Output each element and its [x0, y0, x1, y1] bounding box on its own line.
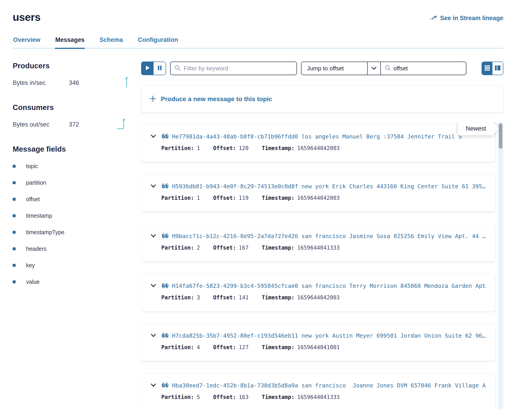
stream-lineage-label: See in Stream lineage [440, 15, 503, 22]
expand-chevron-icon[interactable] [150, 284, 156, 288]
square-bullet-icon [13, 247, 16, 250]
timestamp-value: 1659644042003 [297, 145, 340, 151]
partition-value: 1 [197, 195, 200, 201]
keyword-filter-input[interactable] [184, 65, 293, 72]
bytes-in-value: 346 [69, 79, 79, 86]
produce-message-button[interactable]: Produce a new message to this topic [141, 86, 503, 113]
offset-search-input[interactable] [393, 65, 466, 72]
field-item-offset[interactable]: offset [13, 196, 128, 202]
partition-value: 1 [197, 145, 200, 151]
message-meta: Partition:3 Offset:141 Timestamp:1659644… [161, 294, 486, 301]
plus-icon [149, 95, 156, 103]
message-row[interactable]: �� H14fa67fe-5823-4299-b3c4-595845cfcae0… [141, 274, 495, 311]
tab-overview[interactable]: Overview [13, 37, 41, 49]
message-key[interactable]: �� Hba30eed7-1edc-452b-8b1a-738d3b5d8a9a… [162, 382, 486, 389]
pause-icon [157, 65, 162, 72]
keyword-filter-field[interactable] [170, 61, 297, 75]
square-bullet-icon [13, 198, 16, 201]
expand-chevron-icon[interactable] [150, 134, 156, 139]
offset-value: 163 [239, 394, 248, 400]
offset-search-field[interactable] [380, 62, 466, 75]
message-meta: Partition:2 Offset:167 Timestamp:1659644… [161, 245, 486, 251]
partition-value: 3 [197, 294, 200, 301]
view-toggle-group [482, 61, 503, 75]
jump-to-offset-group: Jump to offset [301, 61, 466, 75]
newest-tooltip-label: Newest [466, 125, 486, 132]
content: Producers Bytes in/sec 346 Consumers Byt… [13, 61, 503, 409]
producers-heading: Producers [13, 61, 128, 70]
tab-messages[interactable]: Messages [55, 37, 85, 49]
square-bullet-icon [13, 280, 16, 283]
message-fields-list: topic partition offset timestamp timesta… [13, 163, 128, 285]
play-button[interactable] [142, 62, 154, 75]
message-meta: Partition:4 Offset:127 Timestamp:1659644… [161, 344, 486, 351]
producers-metric-row: Bytes in/sec 346 [13, 77, 128, 89]
bytes-in-sparkline-icon [119, 77, 128, 89]
offset-value: 127 [239, 344, 248, 351]
message-row[interactable]: �� He77981da-4a43-48ab-b8f8-cb71b96ffdd0… [141, 124, 495, 162]
tab-schema[interactable]: Schema [99, 37, 123, 49]
message-row[interactable]: �� Hba30eed7-1edc-452b-8b1a-738d3b5d8a9a… [141, 373, 495, 409]
lineage-arrow-icon [430, 14, 437, 22]
message-row[interactable]: �� H9bacc71c-b12c-4216-8e95-2a7da727e426… [141, 224, 495, 262]
newest-tooltip: Newest [458, 122, 494, 135]
partition-value: 2 [197, 245, 200, 251]
timestamp-value: 1659644041001 [297, 344, 340, 351]
consumers-heading: Consumers [13, 103, 128, 112]
expand-chevron-icon[interactable] [150, 333, 156, 338]
main-panel: Jump to offset [141, 61, 503, 409]
field-item-value[interactable]: value [13, 278, 128, 285]
messages-scrollbar-thumb[interactable] [499, 123, 502, 149]
message-key[interactable]: �� H5936db81-b943-4e0f-8c29-74513e0c0d8f… [162, 183, 486, 190]
page-title: users [13, 11, 40, 23]
tab-configuration[interactable]: Configuration [138, 37, 178, 49]
jump-to-offset-value: Jump to offset [301, 65, 367, 72]
message-row[interactable]: �� H7cda825b-35b7-4952-88ef-c193d546eb11… [141, 324, 495, 361]
timestamp-value: 1659644042003 [297, 195, 340, 201]
tab-bar: Overview Messages Schema Configuration [13, 37, 503, 49]
page: users See in Stream lineage Overview Mes… [0, 0, 516, 420]
play-pause-group [141, 61, 166, 75]
timestamp-value: 1659644041333 [297, 394, 340, 400]
field-item-headers[interactable]: headers [13, 246, 128, 252]
pause-button[interactable] [154, 62, 166, 75]
square-bullet-icon [13, 214, 16, 217]
chevron-down-icon[interactable] [367, 62, 380, 75]
offset-value: 120 [239, 145, 248, 151]
field-item-partition[interactable]: partition [13, 180, 128, 186]
list-view-button[interactable] [482, 62, 493, 75]
stream-lineage-link[interactable]: See in Stream lineage [430, 14, 503, 22]
field-item-timestamp[interactable]: timestamp [13, 212, 128, 219]
field-item-timestampType[interactable]: timestampType [13, 229, 128, 236]
messages-scrollbar-track[interactable] [498, 122, 503, 409]
message-key[interactable]: �� H7cda825b-35b7-4952-88ef-c193d546eb11… [162, 332, 486, 339]
partition-value: 5 [197, 394, 200, 400]
message-key[interactable]: �� He77981da-4a43-48ab-b8f8-cb71b96ffdd0… [162, 133, 462, 140]
sidebar: Producers Bytes in/sec 346 Consumers Byt… [13, 61, 128, 409]
message-fields-heading: Message fields [13, 145, 128, 153]
messages-list: �� He77981da-4a43-48ab-b8f8-cb71b96ffdd0… [141, 122, 503, 409]
message-meta: Partition:1 Offset:120 Timestamp:1659644… [161, 145, 486, 151]
expand-chevron-icon[interactable] [150, 184, 156, 188]
consumers-metric-row: Bytes out/sec 372 [13, 119, 128, 130]
jump-to-offset-select[interactable]: Jump to offset [301, 62, 380, 75]
bytes-out-label: Bytes out/sec [13, 121, 69, 128]
bytes-out-value: 372 [69, 121, 79, 128]
field-item-key[interactable]: key [13, 262, 128, 269]
field-item-topic[interactable]: topic [13, 163, 128, 170]
message-key[interactable]: �� H14fa67fe-5823-4299-b3c4-595845cfcae0… [162, 283, 486, 289]
message-meta: Partition:5 Offset:163 Timestamp:1659644… [161, 394, 486, 400]
message-key[interactable]: �� H9bacc71c-b12c-4216-8e95-2a7da727e426… [162, 233, 486, 240]
message-row[interactable]: �� H5936db81-b943-4e0f-8c29-74513e0c0d8f… [141, 174, 495, 212]
timestamp-value: 1659644042003 [297, 294, 340, 301]
offset-value: 141 [239, 294, 248, 301]
play-icon [145, 65, 150, 72]
expand-chevron-icon[interactable] [150, 383, 156, 388]
timestamp-value: 1659644041333 [297, 245, 340, 251]
offset-value: 119 [239, 195, 248, 201]
card-view-button[interactable] [493, 62, 503, 75]
expand-chevron-icon[interactable] [150, 234, 156, 238]
search-icon [385, 65, 391, 72]
square-bullet-icon [13, 165, 16, 168]
square-bullet-icon [13, 231, 16, 234]
